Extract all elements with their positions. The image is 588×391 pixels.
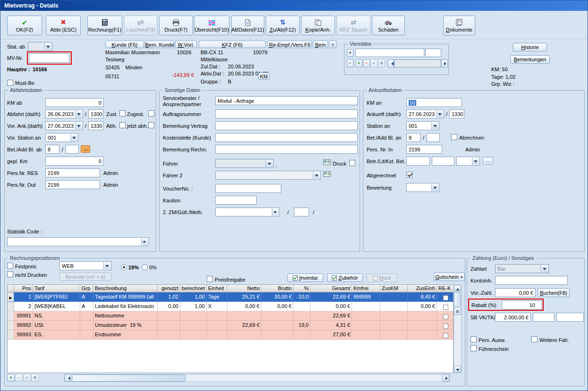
rek-checkbox[interactable] (443, 324, 448, 329)
re-empf-button[interactable]: Re-Empf./Vers.F9 (268, 41, 312, 48)
vermittler-collapse-button[interactable]: − (347, 59, 353, 67)
add-bl-ab-input[interactable] (66, 145, 79, 154)
add-bl-an-input[interactable] (427, 133, 440, 142)
vor-station-select[interactable]: 001 (45, 133, 78, 142)
tarif-select[interactable]: WEB (59, 261, 111, 270)
col-header[interactable]: Pos (14, 285, 33, 292)
rek-checkbox[interactable] (443, 295, 448, 300)
voucher-input[interactable] (215, 184, 281, 193)
vor-ank-time-input[interactable]: 1330 (88, 121, 103, 130)
col-header[interactable]: ZusKM (380, 285, 408, 292)
vermittler-next-button[interactable] (441, 59, 448, 67)
gutschein-button[interactable]: Gutschein + (434, 273, 465, 281)
clear-button[interactable]: ✖ (329, 41, 336, 48)
zugest-checkbox[interactable] (148, 110, 154, 116)
fahrer2-select[interactable] (215, 171, 321, 180)
vorzahl-input[interactable]: 0,00 € (495, 288, 536, 297)
abh-checkbox[interactable] (119, 122, 126, 128)
scroll-down-button[interactable] (454, 366, 461, 373)
col-header[interactable]: Brutto (261, 285, 294, 292)
bet-ab-input[interactable]: 8 (45, 145, 59, 154)
bemerkungen-button[interactable]: Bemerkungen (510, 55, 550, 64)
festpreis-checkbox[interactable] (7, 263, 13, 269)
kopie-anh-button[interactable]: Kopie/Anh. (301, 16, 335, 35)
scroll-right-button[interactable] (442, 374, 449, 382)
abrechnen-checkbox[interactable] (451, 134, 457, 140)
col-header[interactable]: Gesamt (311, 285, 352, 292)
rek-checkbox[interactable] (443, 314, 448, 319)
vermittler-prev-button[interactable] (387, 59, 394, 67)
km-ab-input[interactable]: 0 (45, 98, 104, 107)
vermittler-add-button[interactable]: + (355, 59, 362, 67)
weitere-fah-checkbox[interactable] (531, 336, 538, 342)
col-header[interactable]: berechnet (180, 285, 207, 292)
abdaten-button[interactable]: ABDaten(F11) (231, 16, 264, 35)
table-row-selected[interactable]: ▶ 1 [WEB]PTFREI A Tagestarif KM 999999 (… (8, 292, 453, 302)
scroll-up-button[interactable] (454, 285, 461, 292)
abgerechnet-checkbox[interactable] (406, 172, 412, 178)
druck-button[interactable]: Druck(F7) (159, 16, 193, 35)
wvorl-button[interactable]: W.Vorl. (175, 41, 197, 48)
vermittler-remove-button[interactable]: − (363, 59, 370, 67)
abfahrt-time-input[interactable]: 1300 (88, 109, 103, 118)
col-header[interactable]: Grp (80, 285, 93, 292)
table-row-sum[interactable]: 99991 NS. Nettosumme 22,69 € (8, 311, 453, 321)
bewertung-select[interactable] (406, 183, 439, 192)
must-be-checkbox[interactable] (7, 80, 13, 86)
dokumente-button[interactable]: Dokumente (443, 16, 475, 35)
kfz-button[interactable]: KFZ (F6) (199, 41, 266, 48)
pers-res-input[interactable]: 2199 (45, 168, 100, 177)
gepl-km-input[interactable]: 0 (45, 157, 104, 166)
table-row-sum[interactable]: 99992 USt. Umsatzsteuer 19 % 22,69 € 19,… (8, 321, 453, 330)
mv-nr-input[interactable]: 10166 (29, 53, 69, 63)
km-button[interactable]: KM (258, 73, 269, 80)
rabatt-input[interactable]: 10 (502, 300, 542, 309)
pers-in-input[interactable]: 2199 (406, 145, 442, 154)
bet-an-input[interactable]: 8 (406, 133, 420, 142)
betr-select[interactable] (456, 157, 480, 166)
rek-checkbox[interactable] (443, 305, 448, 310)
zust-checkbox[interactable] (119, 110, 126, 116)
jetzt-abh-checkbox[interactable] (148, 122, 154, 128)
sb-input-3[interactable] (556, 313, 584, 322)
cancel-button[interactable]: ✖ Abbr.(ESC) (46, 16, 81, 35)
sb-input-1[interactable]: 2.000,00 € (495, 313, 531, 322)
splitter-grip-button[interactable]: ≡ (454, 308, 461, 315)
table-row[interactable]: 2 [WEB]KABEL A Ladekabel für Elektroauto… (8, 302, 453, 311)
fahrer2-doc-icon[interactable] (323, 171, 331, 179)
buchen-button[interactable]: Buchen(F8) (538, 288, 570, 297)
vat-19-radio[interactable] (121, 264, 127, 270)
add-position-button[interactable]: + (7, 374, 15, 382)
bem-rechn-input[interactable] (215, 145, 358, 154)
station-an-select[interactable]: 001 (406, 121, 439, 130)
abfahrt-date-select[interactable]: 26.06.2023 (45, 109, 83, 118)
betr-input-2[interactable] (432, 157, 454, 166)
vor-ank-date-select[interactable]: 27.06.2023 (45, 121, 83, 130)
zu-ab-button[interactable]: ⇅ Zu/Ab(F12) (266, 16, 300, 35)
col-header[interactable]: Kmfrei (352, 285, 380, 292)
km-an-input[interactable]: 50 (406, 98, 462, 107)
col-header[interactable]: RE-K (437, 285, 454, 292)
col-header[interactable]: genutzt (158, 285, 180, 292)
rek-checkbox[interactable] (443, 333, 448, 338)
col-header[interactable]: ZusEinh (408, 285, 437, 292)
vermittler-expand-button[interactable]: + (347, 49, 353, 57)
auftragsnummer-input[interactable] (215, 109, 358, 118)
zm-input[interactable] (294, 208, 309, 216)
bem-vertrag-input[interactable] (215, 121, 358, 130)
ankunft-time-input[interactable]: 1330 (449, 109, 464, 118)
table-hscrollbar[interactable] (64, 374, 450, 382)
preisfreigabe-checkbox[interactable] (207, 276, 213, 282)
ok-button[interactable]: ✔ OK(F2) (7, 16, 42, 35)
vermittler-value-field[interactable]: 100 (425, 49, 441, 57)
serviceberater-input[interactable]: Modul - Anfrage (215, 96, 358, 105)
vscroll-thumb[interactable] (454, 292, 461, 307)
vat-0-radio[interactable] (142, 264, 148, 270)
kunde-button[interactable]: Kunde (F5) (105, 41, 144, 48)
col-header[interactable]: Netto (227, 285, 261, 292)
scroll-left-button[interactable] (65, 374, 72, 382)
inventar-button[interactable]: Inventar (287, 274, 323, 282)
sb-input-2[interactable] (533, 313, 554, 322)
bet-add-dots-button[interactable]: ... (81, 145, 90, 153)
schaeden-button[interactable]: Schäden (372, 16, 405, 35)
